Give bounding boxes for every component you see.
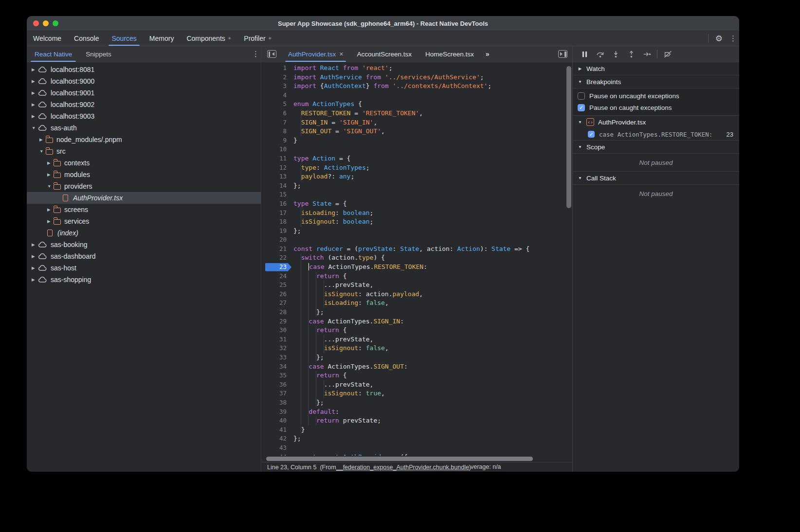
line-number[interactable]: 2 <box>261 73 293 82</box>
line-number[interactable]: 30 <box>261 326 293 335</box>
line-number[interactable]: 21 <box>261 245 293 254</box>
chevron-right-icon[interactable]: ▶ <box>47 172 54 177</box>
tree-item-sas-shopping[interactable]: ▶sas-shopping <box>27 274 261 285</box>
tree-item-screens[interactable]: ▶screens <box>27 204 261 215</box>
tree-item-node-modules-pnpm[interactable]: ▶node_modules/.pnpm <box>27 134 261 145</box>
navigator-kebab-menu-icon[interactable]: ⋮ <box>252 50 255 58</box>
tree-item-localhost-8081[interactable]: ▶localhost:8081 <box>27 64 261 75</box>
chevron-right-icon[interactable]: ▶ <box>32 67 38 72</box>
option-pause-on-caught-exceptions[interactable]: ✓Pause on caught exceptions <box>573 102 739 113</box>
line-number[interactable]: 1 <box>261 64 293 73</box>
chevron-right-icon[interactable]: ▶ <box>47 160 54 165</box>
watch-section-header[interactable]: ▶ Watch <box>573 62 739 75</box>
tab-components[interactable]: Components✳ <box>180 31 237 46</box>
tab-profiler[interactable]: Profiler✳ <box>237 31 278 46</box>
tree-item-localhost-9001[interactable]: ▶localhost:9001 <box>27 87 261 99</box>
tab-memory[interactable]: Memory <box>143 31 181 46</box>
tree-item-providers[interactable]: ▼providers <box>27 180 261 192</box>
line-number[interactable]: 7 <box>261 118 293 127</box>
line-number[interactable]: 20 <box>261 235 293 245</box>
toggle-navigator-icon[interactable] <box>267 50 276 58</box>
line-number[interactable]: 12 <box>261 163 293 173</box>
tab-console[interactable]: Console <box>68 31 105 46</box>
line-number[interactable]: 32 <box>261 344 293 353</box>
line-number[interactable]: 14 <box>261 181 293 191</box>
close-tab-icon[interactable]: × <box>339 50 343 58</box>
chevron-right-icon[interactable]: ▶ <box>32 102 38 107</box>
checkbox-checked[interactable]: ✓ <box>588 131 595 138</box>
line-number[interactable]: 40 <box>261 416 293 426</box>
chevron-down-icon[interactable]: ▼ <box>47 184 54 189</box>
tree-item-contexts[interactable]: ▶contexts <box>27 157 261 169</box>
horizontal-scrollbar-thumb[interactable] <box>266 457 533 461</box>
kebab-menu-icon[interactable]: ⋮ <box>729 35 732 42</box>
chevron-right-icon[interactable]: ▶ <box>32 90 38 95</box>
chevron-right-icon[interactable]: ▶ <box>47 207 54 212</box>
line-number[interactable]: 38 <box>261 398 293 408</box>
checkbox-checked[interactable]: ✓ <box>578 104 585 111</box>
tree-item-localhost-9000[interactable]: ▶localhost:9000 <box>27 75 261 87</box>
editor-tab-homescreen-tsx[interactable]: HomeScreen.tsx <box>418 46 481 62</box>
breakpoint-file-group[interactable]: ▼ ‹› AuthProvider.tsx <box>573 116 739 128</box>
line-number[interactable]: 31 <box>261 335 293 344</box>
chevron-right-icon[interactable]: ▶ <box>32 277 38 282</box>
line-number[interactable]: 29 <box>261 317 293 326</box>
pause-icon[interactable] <box>579 49 590 59</box>
more-tabs-chevron-icon[interactable]: » <box>481 50 494 58</box>
line-number[interactable]: 24 <box>261 272 293 281</box>
line-number[interactable]: 37 <box>261 389 293 398</box>
line-number[interactable]: 15 <box>261 190 293 199</box>
code-editor[interactable]: 1import React from 'react';2import AuthS… <box>261 62 565 456</box>
line-number[interactable]: 9 <box>261 136 293 145</box>
vertical-scrollbar-thumb[interactable] <box>566 66 571 208</box>
bundle-link[interactable]: __federation_expose_AuthProvider.chunk.b… <box>336 464 469 471</box>
chevron-right-icon[interactable]: ▶ <box>32 254 38 259</box>
step-icon[interactable] <box>641 49 652 59</box>
line-number[interactable]: 28 <box>261 308 293 317</box>
chevron-down-icon[interactable]: ▼ <box>32 125 38 130</box>
tree-item-localhost-9003[interactable]: ▶localhost:9003 <box>27 110 261 122</box>
tree-item-sas-booking[interactable]: ▶sas-booking <box>27 239 261 250</box>
step-over-icon[interactable] <box>595 49 605 59</box>
tree-item-authprovider-tsx[interactable]: AuthProvider.tsx <box>27 192 261 204</box>
chevron-right-icon[interactable]: ▶ <box>32 79 38 84</box>
breakpoints-section-header[interactable]: ▼ Breakpoints <box>573 75 739 89</box>
line-number[interactable]: 3 <box>261 82 293 91</box>
tree-item-index[interactable]: (index) <box>27 227 261 239</box>
navigator-tab-snippets[interactable]: Snippets <box>80 46 117 62</box>
line-number[interactable]: 18 <box>261 217 293 227</box>
tree-item-sas-dashboard[interactable]: ▶sas-dashboard <box>27 250 261 262</box>
line-number[interactable]: 39 <box>261 408 293 417</box>
scope-section-header[interactable]: ▼ Scope <box>573 141 739 154</box>
tab-welcome[interactable]: Welcome <box>27 31 68 46</box>
line-number[interactable]: 5 <box>261 100 293 109</box>
chevron-right-icon[interactable]: ▶ <box>47 219 54 224</box>
step-into-icon[interactable] <box>610 49 621 59</box>
breakpoint-line-number[interactable]: 23 <box>261 263 293 272</box>
chevron-right-icon[interactable]: ▶ <box>39 137 46 142</box>
line-number[interactable]: 10 <box>261 145 293 154</box>
editor-tab-accountscreen-tsx[interactable]: AccountScreen.tsx <box>350 46 418 62</box>
call-stack-section-header[interactable]: ▼ Call Stack <box>573 172 739 185</box>
line-number[interactable]: 22 <box>261 253 293 263</box>
line-number[interactable]: 35 <box>261 371 293 380</box>
chevron-right-icon[interactable]: ▶ <box>32 266 38 270</box>
line-number[interactable]: 25 <box>261 281 293 290</box>
line-number[interactable]: 42 <box>261 434 293 443</box>
editor-tab-authprovider-tsx[interactable]: AuthProvider.tsx× <box>281 46 350 62</box>
breakpoint-entry[interactable]: ✓case ActionTypes.RESTORE_TOKEN:23 <box>573 128 739 141</box>
line-number[interactable]: 13 <box>261 172 293 181</box>
chevron-down-icon[interactable]: ▼ <box>39 149 46 154</box>
toggle-debugger-icon[interactable] <box>558 50 567 58</box>
tree-item-src[interactable]: ▼src <box>27 145 261 157</box>
line-number[interactable]: 16 <box>261 199 293 209</box>
tree-item-modules[interactable]: ▶modules <box>27 169 261 180</box>
step-out-icon[interactable] <box>626 49 636 59</box>
line-number[interactable]: 4 <box>261 91 293 100</box>
line-number[interactable]: 19 <box>261 227 293 236</box>
line-number[interactable]: 11 <box>261 154 293 163</box>
line-number[interactable]: 6 <box>261 109 293 118</box>
line-number[interactable]: 27 <box>261 299 293 308</box>
tree-item-services[interactable]: ▶services <box>27 215 261 227</box>
chevron-right-icon[interactable]: ▶ <box>32 242 38 247</box>
